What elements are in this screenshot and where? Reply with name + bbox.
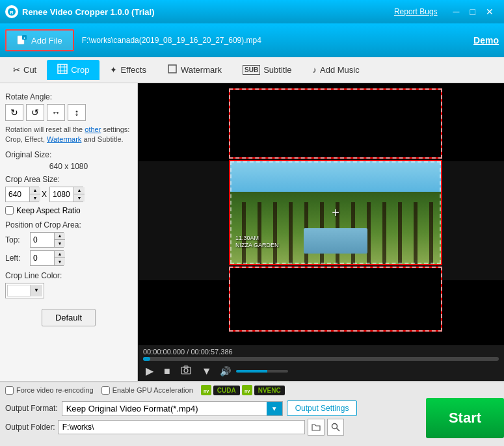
left-up[interactable]: ▲: [55, 251, 65, 258]
volume-icon: 🔊: [220, 366, 231, 376]
crop-height-up[interactable]: ▲: [74, 187, 85, 194]
rotate-cw-button[interactable]: ↻: [5, 104, 23, 121]
position-top-row: Top: ▲ ▼: [5, 232, 132, 248]
main-content: Rotate Angle: ↻ ↺ ↔ ↕ Rotation will rese…: [0, 83, 504, 381]
svg-point-18: [332, 424, 337, 429]
left-panel: Rotate Angle: ↻ ↺ ↔ ↕ Rotation will rese…: [0, 83, 138, 381]
output-format-label: Output Format:: [5, 404, 58, 413]
left-down[interactable]: ▼: [55, 258, 65, 265]
tab-cut[interactable]: ✂ Cut: [3, 61, 47, 79]
force-reencoding-label[interactable]: Force video re-encoding: [16, 386, 94, 394]
tab-effects[interactable]: ✦ Effects: [99, 61, 157, 79]
app-logo: R: [5, 5, 18, 18]
keep-aspect-ratio-checkbox[interactable]: [5, 206, 14, 215]
snapshot-button[interactable]: [178, 364, 194, 378]
top-down[interactable]: ▼: [55, 240, 65, 247]
rotate-controls: ↻ ↺ ↔ ↕: [5, 104, 132, 121]
enable-gpu-checkbox[interactable]: [101, 386, 110, 395]
x-separator: X: [42, 190, 47, 199]
music-icon: ♪: [313, 65, 317, 75]
rotate-ccw-button[interactable]: ↺: [26, 104, 44, 121]
file-path: F:\works\canada(2019_08_19_16_20_27_609)…: [82, 36, 473, 45]
color-picker[interactable]: ▼: [5, 283, 44, 298]
browse-folder-button[interactable]: [308, 419, 325, 436]
original-size-label: Original Size:: [5, 150, 132, 159]
output-settings-button[interactable]: Output Settings: [287, 400, 358, 416]
stop-button[interactable]: ■: [161, 364, 173, 378]
video-area: 11:30AMNIZZA GARDEN + 00:00:00.000 / 00:…: [138, 83, 504, 381]
svg-point-12: [184, 369, 188, 373]
crop-width-spinbox[interactable]: ▲ ▼: [5, 187, 39, 202]
flip-v-button[interactable]: ↕: [68, 104, 86, 121]
play-button[interactable]: ▶: [143, 363, 156, 378]
tab-watermark-label: Watermark: [181, 65, 222, 75]
app-title: Renee Video Cropper 1.0.0 (Trial): [22, 7, 394, 17]
crop-height-input[interactable]: [50, 189, 73, 200]
demo-link[interactable]: Demo: [473, 35, 499, 46]
left-value-input[interactable]: [31, 252, 54, 264]
video-canvas: 11:30AMNIZZA GARDEN +: [138, 83, 504, 345]
crop-area-size-label: Crop Area Size:: [5, 175, 132, 184]
crop-width-down[interactable]: ▼: [30, 194, 40, 202]
progress-bar[interactable]: [143, 357, 499, 361]
position-left-row: Left: ▲ ▼: [5, 250, 132, 266]
crosshair-cursor: +: [332, 205, 339, 220]
search-icon: [331, 423, 340, 432]
nvenc-badge: NVENC: [254, 386, 285, 395]
output-left: Output Format: Keep Original Video Forma…: [0, 398, 426, 438]
svg-line-19: [336, 428, 339, 432]
camera-icon: [181, 365, 191, 374]
encoding-row: Force video re-encoding Enable GPU Accel…: [0, 382, 504, 398]
folder-path-input[interactable]: [58, 420, 305, 434]
default-button[interactable]: Default: [42, 309, 96, 326]
crop-line-color-label: Crop Line Color:: [5, 271, 132, 280]
enable-gpu-row: Enable GPU Acceleration: [101, 386, 193, 395]
minimize-button[interactable]: ─: [448, 5, 465, 18]
crop-width-input[interactable]: [6, 189, 29, 200]
warning-link[interactable]: other: [85, 125, 101, 133]
top-value-input[interactable]: [31, 234, 54, 246]
tab-addmusic[interactable]: ♪ Add Music: [302, 61, 370, 79]
output-section: Output Format: Keep Original Video Forma…: [0, 398, 504, 438]
top-up[interactable]: ▲: [55, 233, 65, 240]
tab-effects-label: Effects: [120, 65, 146, 75]
tab-crop[interactable]: Crop: [47, 60, 99, 80]
flip-h-button[interactable]: ↔: [47, 104, 65, 121]
progress-fill: [143, 357, 150, 361]
position-crop-label: Position of Crop Area:: [5, 220, 132, 230]
title-bar: R Renee Video Cropper 1.0.0 (Trial) Repo…: [0, 0, 504, 23]
warning-link2[interactable]: Watermark: [47, 135, 81, 143]
search-folder-button[interactable]: [327, 419, 344, 436]
tab-subtitle[interactable]: SUB Subtitle: [232, 61, 302, 79]
gpu-badges: nv CUDA nv NVENC: [201, 385, 285, 395]
crop-height-down[interactable]: ▼: [74, 194, 85, 202]
enable-gpu-label[interactable]: Enable GPU Acceleration: [113, 386, 193, 394]
force-reencoding-checkbox[interactable]: [5, 386, 14, 395]
add-file-button[interactable]: + Add File: [5, 29, 74, 51]
crop-height-spinbox[interactable]: ▲ ▼: [49, 187, 83, 202]
watermark-icon: [167, 64, 178, 76]
start-button[interactable]: Start: [426, 398, 504, 438]
close-button[interactable]: ✕: [481, 5, 499, 18]
color-swatch: [7, 285, 31, 296]
left-spinbox[interactable]: ▲ ▼: [30, 250, 64, 266]
snapshot-dropdown[interactable]: ▼: [199, 364, 215, 378]
controls-bar: 00:00:00.000 / 00:00:57.386 ▶ ■ ▼ 🔊: [138, 345, 504, 381]
tab-watermark[interactable]: Watermark: [157, 60, 232, 80]
aspect-ratio-row: Keep Aspect Ratio: [5, 206, 132, 215]
cut-icon: ✂: [13, 65, 20, 75]
color-dropdown-arrow[interactable]: ▼: [31, 285, 42, 296]
format-select-arrow[interactable]: ▼: [267, 402, 282, 415]
keep-aspect-ratio-label[interactable]: Keep Aspect Ratio: [16, 206, 81, 215]
effects-icon: ✦: [110, 65, 117, 75]
report-bugs-link[interactable]: Report Bugs: [394, 7, 438, 16]
crop-area-top: [229, 88, 442, 159]
subtitle-icon: SUB: [243, 65, 260, 75]
force-reencoding-row: Force video re-encoding: [5, 386, 94, 395]
add-file-icon: +: [17, 35, 27, 46]
top-spinbox[interactable]: ▲ ▼: [30, 232, 64, 248]
restore-button[interactable]: □: [465, 5, 481, 18]
folder-row: Output Folder:: [5, 419, 421, 436]
crop-width-up[interactable]: ▲: [30, 187, 40, 194]
volume-slider[interactable]: [236, 370, 288, 373]
